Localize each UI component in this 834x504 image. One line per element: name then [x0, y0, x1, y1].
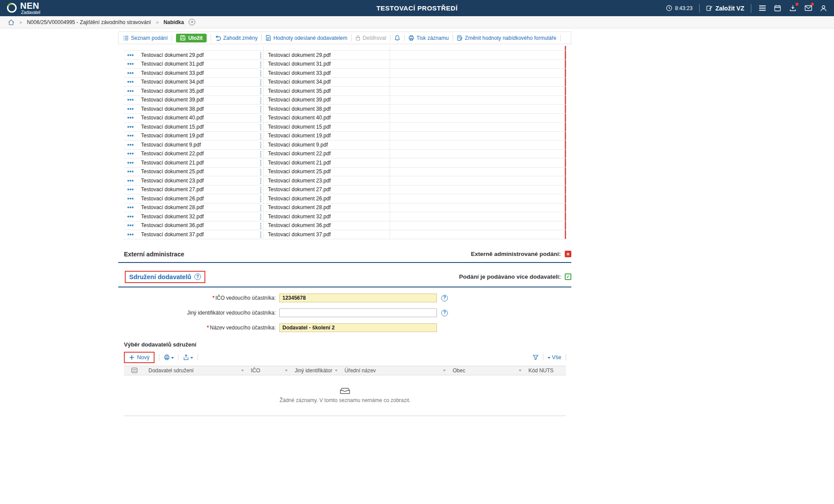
- table-row[interactable]: Testovací dokument 40.pdfTestovací dokum…: [124, 114, 566, 123]
- row-options-icon[interactable]: [124, 99, 137, 101]
- export-grid-button[interactable]: [183, 354, 193, 360]
- table-row[interactable]: Testovací dokument 26.pdfTestovací dokum…: [124, 194, 566, 203]
- table-row[interactable]: Testovací dokument 28.pdfTestovací dokum…: [124, 203, 566, 213]
- column-resize-handle-icon[interactable]: [260, 205, 261, 206]
- column-resize-handle-icon[interactable]: [260, 178, 261, 179]
- app-logo[interactable]: NEN Zadavatel: [6, 1, 40, 15]
- user-button[interactable]: [819, 4, 828, 13]
- breadcrumb-project[interactable]: N006/25/V00004995 - Zajištění závodního …: [27, 19, 151, 25]
- table-row[interactable]: Testovací dokument 23.pdfTestovací dokum…: [124, 176, 566, 186]
- save-button[interactable]: Uložit: [176, 34, 207, 42]
- row-options-icon[interactable]: [124, 234, 137, 235]
- ico-input[interactable]: [279, 294, 437, 302]
- row-options-icon[interactable]: [124, 224, 137, 226]
- downloads-button[interactable]: [788, 4, 797, 13]
- column-header[interactable]: Jiný identifikátor: [291, 366, 341, 375]
- table-row[interactable]: Testovací dokument 15.pdfTestovací dokum…: [124, 122, 566, 132]
- column-resize-handle-icon[interactable]: [260, 70, 261, 71]
- help-icon[interactable]: [194, 273, 201, 280]
- filter-caret-icon[interactable]: [335, 370, 338, 371]
- column-header[interactable]: Obec: [449, 366, 525, 375]
- column-resize-handle-icon[interactable]: [260, 133, 261, 134]
- filter-icon[interactable]: [533, 355, 538, 360]
- home-icon[interactable]: [8, 19, 14, 25]
- column-resize-handle-icon[interactable]: [260, 160, 261, 161]
- table-row[interactable]: Testovací dokument 21.pdfTestovací dokum…: [124, 158, 566, 168]
- checkbox-no-icon[interactable]: [565, 251, 571, 257]
- column-resize-handle-icon[interactable]: [260, 106, 261, 107]
- column-header[interactable]: Kód NUTS: [525, 366, 566, 375]
- table-row[interactable]: Testovací dokument 9.pdfTestovací dokume…: [124, 140, 566, 150]
- row-options-icon[interactable]: [124, 180, 137, 182]
- column-header[interactable]: IČO: [247, 366, 291, 375]
- table-row[interactable]: Testovací dokument 36.pdfTestovací dokum…: [124, 221, 566, 231]
- table-row[interactable]: Testovací dokument 39.pdfTestovací dokum…: [124, 96, 566, 105]
- column-resize-handle-icon[interactable]: [260, 61, 261, 63]
- other-id-input[interactable]: [279, 308, 437, 317]
- filter-caret-icon[interactable]: [241, 370, 244, 371]
- row-options-icon[interactable]: [124, 81, 137, 83]
- column-resize-handle-icon[interactable]: [260, 196, 261, 197]
- column-resize-handle-icon[interactable]: [260, 79, 261, 80]
- row-options-icon[interactable]: [124, 206, 137, 208]
- filter-all-button[interactable]: Vše: [548, 354, 561, 360]
- row-options-icon[interactable]: [124, 126, 137, 128]
- table-row[interactable]: Testovací dokument 37.pdfTestovací dokum…: [124, 230, 566, 239]
- calendar-button[interactable]: [773, 4, 782, 13]
- print-grid-button[interactable]: [164, 354, 174, 360]
- column-resize-handle-icon[interactable]: [260, 187, 261, 188]
- table-row[interactable]: Testovací dokument 29.pdfTestovací dokum…: [124, 51, 566, 60]
- table-row[interactable]: Testovací dokument 19.pdfTestovací dokum…: [124, 132, 566, 141]
- column-header[interactable]: Úřední název: [341, 366, 449, 375]
- print-record-button[interactable]: Tisk záznamu: [408, 35, 449, 41]
- row-options-icon[interactable]: [124, 117, 137, 119]
- column-resize-handle-icon[interactable]: [260, 97, 261, 98]
- column-resize-handle-icon[interactable]: [260, 115, 261, 116]
- column-resize-handle-icon[interactable]: [260, 88, 261, 89]
- row-options-icon[interactable]: [124, 216, 137, 217]
- table-row[interactable]: Testovací dokument 35.pdfTestovací dokum…: [124, 87, 566, 96]
- menu-button[interactable]: [758, 4, 767, 13]
- row-options-icon[interactable]: [124, 72, 137, 74]
- column-resize-handle-icon[interactable]: [260, 124, 261, 125]
- notifications-button[interactable]: [394, 35, 400, 41]
- column-resize-handle-icon[interactable]: [260, 214, 261, 215]
- row-options-icon[interactable]: [124, 189, 137, 190]
- close-tab-icon[interactable]: [189, 19, 195, 25]
- row-options-icon[interactable]: [124, 90, 137, 92]
- row-options-icon[interactable]: [124, 54, 137, 56]
- row-options-icon[interactable]: [124, 198, 137, 200]
- table-row[interactable]: Testovací dokument 27.pdfTestovací dokum…: [124, 186, 566, 195]
- row-options-icon[interactable]: [124, 162, 137, 164]
- name-input[interactable]: [279, 323, 437, 332]
- table-row[interactable]: Testovací dokument 34.pdfTestovací dokum…: [124, 78, 566, 87]
- table-row[interactable]: Testovací dokument 33.pdfTestovací dokum…: [124, 69, 566, 78]
- filter-caret-icon[interactable]: [285, 370, 288, 371]
- checkbox-yes-icon[interactable]: [565, 273, 571, 280]
- row-options-icon[interactable]: [124, 171, 137, 172]
- column-resize-handle-icon[interactable]: [260, 142, 261, 143]
- discard-changes-button[interactable]: Zahodit změny: [215, 35, 258, 41]
- column-resize-handle-icon[interactable]: [260, 151, 261, 152]
- filter-caret-icon[interactable]: [519, 370, 521, 371]
- table-row[interactable]: Testovací dokument 32.pdfTestovací dokum…: [124, 212, 566, 221]
- table-row[interactable]: Testovací dokument 22.pdfTestovací dokum…: [124, 150, 566, 159]
- column-resize-handle-icon[interactable]: [260, 169, 261, 170]
- filter-caret-icon[interactable]: [443, 370, 446, 371]
- create-vz-button[interactable]: Založit VZ: [706, 5, 744, 12]
- help-icon[interactable]: [441, 295, 448, 301]
- column-settings-button[interactable]: [124, 368, 145, 373]
- row-options-icon[interactable]: [124, 144, 137, 146]
- messages-button[interactable]: [804, 4, 813, 13]
- column-resize-handle-icon[interactable]: [260, 231, 261, 233]
- row-options-icon[interactable]: [124, 63, 137, 65]
- column-header[interactable]: Dodavatel sdružení: [145, 366, 247, 375]
- supplier-values-button[interactable]: Hodnoty odeslané dodavatelem: [266, 35, 347, 41]
- seznam-podani-button[interactable]: Seznam podání: [123, 35, 168, 41]
- new-button[interactable]: Nový: [124, 352, 155, 363]
- change-form-values-button[interactable]: Změnit hodnoty nabídkového formuláře: [457, 35, 556, 41]
- column-resize-handle-icon[interactable]: [260, 52, 261, 53]
- help-icon[interactable]: [441, 310, 448, 316]
- table-row[interactable]: Testovací dokument 31.pdfTestovací dokum…: [124, 60, 566, 69]
- row-options-icon[interactable]: [124, 135, 137, 136]
